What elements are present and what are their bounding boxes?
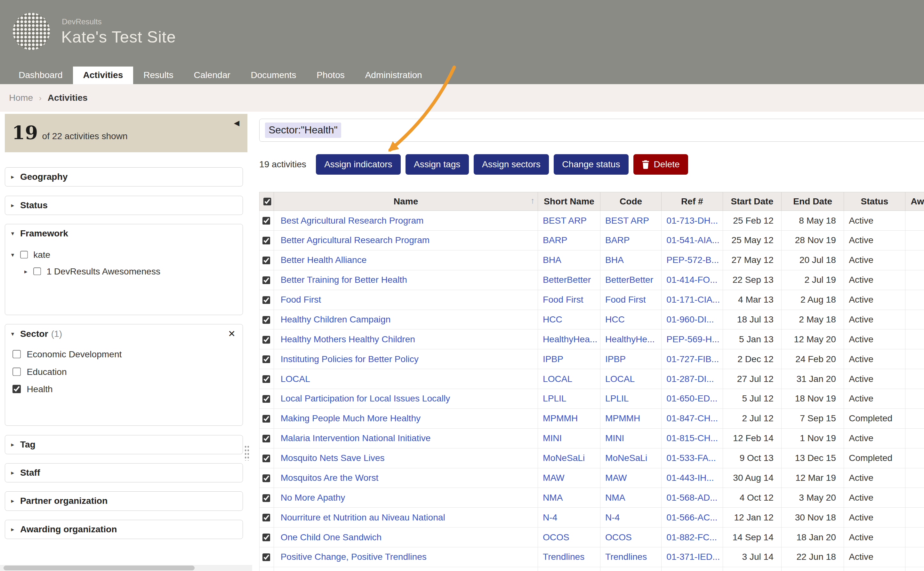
activity-short-name-link[interactable]: BetterBetter	[543, 275, 591, 285]
column-header-short-name[interactable]: Short Name	[538, 192, 600, 211]
chevron-right-icon[interactable]: ▸	[24, 268, 33, 275]
activity-ref-link[interactable]: PEP-569-H...	[666, 334, 720, 344]
chevron-down-icon[interactable]: ▾	[11, 252, 20, 258]
activity-ref-link[interactable]: PEP-572-B...	[666, 255, 719, 265]
assign-tags-button[interactable]: Assign tags	[405, 154, 469, 174]
sector-panel-header[interactable]: ▾ Sector (1) ✕	[5, 324, 243, 343]
framework-child-checkbox[interactable]	[33, 267, 42, 276]
activity-ref-link[interactable]: 01-815-CH...	[666, 433, 718, 443]
framework-panel-header[interactable]: ▾ Framework	[5, 224, 243, 243]
row-checkbox[interactable]	[263, 474, 271, 482]
activity-code-link[interactable]: MPMMH	[605, 413, 640, 423]
activity-ref-link[interactable]: 01-371-IED...	[666, 552, 720, 562]
row-checkbox[interactable]	[263, 237, 271, 245]
activity-name-link[interactable]: Mosquitos Are the Worst	[281, 473, 379, 483]
nav-item-results[interactable]: Results	[133, 66, 183, 84]
activity-ref-link[interactable]: 01-847-CH...	[666, 413, 718, 423]
activity-code-link[interactable]: NMA	[605, 492, 625, 503]
row-checkbox[interactable]	[263, 395, 271, 403]
activity-ref-link[interactable]: 01-566-AC...	[666, 512, 717, 522]
row-checkbox[interactable]	[263, 336, 271, 344]
activity-name-link[interactable]: Nourriture et Nutrition au Niveau Nation…	[281, 512, 445, 522]
activity-short-name-link[interactable]: BEST ARP	[543, 216, 587, 225]
activity-code-link[interactable]: BHA	[605, 255, 624, 265]
activity-short-name-link[interactable]: MPMMH	[543, 413, 578, 423]
framework-root-row[interactable]: ▾ kate	[11, 246, 237, 263]
activity-short-name-link[interactable]: LOCAL	[543, 374, 572, 384]
sector-checkbox[interactable]	[12, 350, 22, 359]
nav-item-calendar[interactable]: Calendar	[184, 66, 241, 84]
column-header-ref[interactable]: Ref #	[661, 192, 723, 211]
panel-header[interactable]: ▸Tag	[5, 435, 243, 454]
activity-code-link[interactable]: HCC	[605, 315, 625, 324]
activity-ref-link[interactable]: 01-414-FO...	[666, 275, 717, 285]
sector-option-economic-development[interactable]: Economic Development	[12, 346, 243, 363]
row-checkbox[interactable]	[263, 217, 271, 225]
sector-checkbox[interactable]	[12, 367, 22, 377]
row-checkbox[interactable]	[263, 355, 271, 364]
activity-short-name-link[interactable]: MINI	[543, 433, 562, 443]
activity-short-name-link[interactable]: NMA	[543, 492, 562, 503]
row-checkbox[interactable]	[263, 276, 271, 285]
row-checkbox[interactable]	[263, 534, 271, 542]
row-checkbox[interactable]	[263, 553, 271, 562]
activity-ref-link[interactable]: 01-727-FIB...	[666, 354, 719, 364]
change-status-button[interactable]: Change status	[554, 154, 629, 174]
framework-child-row[interactable]: ▸ 1 DevResults Awesomeness	[24, 263, 237, 280]
panel-header[interactable]: ▸Awarding organization	[5, 520, 243, 539]
activity-code-link[interactable]: HealthyHe...	[605, 334, 655, 344]
column-header-name[interactable]: Name ↑	[274, 192, 538, 211]
nav-item-administration[interactable]: Administration	[355, 66, 433, 84]
clear-filter-icon[interactable]: ✕	[228, 329, 236, 339]
activity-name-link[interactable]: Healthy Children Campaign	[281, 315, 391, 324]
filter-token[interactable]: Sector:"Health"	[265, 122, 341, 138]
activity-code-link[interactable]: IPBP	[605, 354, 626, 364]
activity-name-link[interactable]: Food First	[281, 295, 321, 304]
sidebar-resize-handle[interactable]	[244, 445, 250, 461]
activity-short-name-link[interactable]: IPBP	[543, 354, 563, 364]
column-header-awarding[interactable]: Awar	[905, 192, 924, 211]
activity-code-link[interactable]: OCOS	[605, 532, 632, 542]
assign-indicators-button[interactable]: Assign indicators	[316, 154, 401, 174]
row-checkbox[interactable]	[263, 256, 271, 265]
nav-item-photos[interactable]: Photos	[306, 66, 355, 84]
panel-header[interactable]: ▸Staff	[5, 463, 243, 482]
activity-code-link[interactable]: Food First	[605, 295, 646, 304]
column-header-start-date[interactable]: Start Date	[723, 192, 782, 211]
activity-name-link[interactable]: No More Apathy	[281, 492, 345, 503]
activity-name-link[interactable]: Positive Change, Positive Trendlines	[281, 552, 426, 562]
activity-name-link[interactable]: Best Agricultural Research Program	[281, 216, 424, 225]
row-checkbox[interactable]	[263, 494, 271, 502]
activity-ref-link[interactable]: 01-960-DI...	[666, 315, 714, 324]
activity-short-name-link[interactable]: HCC	[543, 315, 562, 324]
select-all-checkbox[interactable]	[263, 198, 271, 206]
activity-name-link[interactable]: LOCAL	[281, 374, 310, 384]
column-header-code[interactable]: Code	[600, 192, 661, 211]
activity-short-name-link[interactable]: LPLIL	[543, 394, 566, 403]
activity-short-name-link[interactable]: Food First	[543, 295, 584, 304]
sidebar-horizontal-scrollbar[interactable]	[0, 565, 252, 571]
sector-option-education[interactable]: Education	[12, 363, 243, 380]
activity-short-name-link[interactable]: N-4	[543, 512, 557, 522]
activity-code-link[interactable]: LPLIL	[605, 394, 629, 403]
sector-option-health[interactable]: Health	[12, 381, 243, 398]
column-header-end-date[interactable]: End Date	[782, 192, 844, 211]
activity-short-name-link[interactable]: Trendlines	[543, 552, 584, 562]
row-checkbox[interactable]	[263, 435, 271, 443]
activity-code-link[interactable]: BEST ARP	[605, 216, 649, 225]
assign-sectors-button[interactable]: Assign sectors	[474, 154, 549, 174]
devresults-logo[interactable]	[12, 12, 51, 51]
activity-code-link[interactable]: Trendlines	[605, 552, 647, 562]
activity-code-link[interactable]: LOCAL	[605, 374, 635, 384]
row-checkbox[interactable]	[263, 375, 271, 384]
breadcrumb-home[interactable]: Home	[9, 93, 33, 103]
activity-name-link[interactable]: Malaria Intervention National Initiative	[281, 433, 431, 443]
activity-code-link[interactable]: BARP	[605, 235, 630, 245]
activity-ref-link[interactable]: 01-882-FC...	[666, 532, 717, 542]
row-checkbox[interactable]	[263, 316, 271, 324]
activity-ref-link[interactable]: 01-568-AD...	[666, 492, 717, 503]
activity-short-name-link[interactable]: MoNeSaLi	[543, 453, 585, 463]
row-checkbox[interactable]	[263, 514, 271, 522]
delete-button[interactable]: Delete	[634, 154, 688, 174]
activity-ref-link[interactable]: 01-171-CIA...	[666, 295, 720, 304]
